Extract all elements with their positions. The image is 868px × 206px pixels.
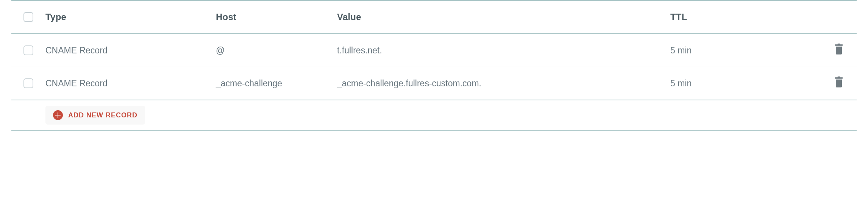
table-header-row: Type Host Value TTL bbox=[11, 1, 857, 33]
divider bbox=[11, 130, 857, 131]
col-type: Type bbox=[45, 12, 216, 22]
cell-ttl: 5 min bbox=[670, 78, 822, 89]
table-footer: ADD NEW RECORD bbox=[11, 100, 857, 130]
svg-rect-3 bbox=[838, 76, 840, 78]
trash-icon[interactable] bbox=[834, 44, 844, 57]
cell-host: _acme-challenge bbox=[216, 78, 337, 89]
trash-icon[interactable] bbox=[834, 76, 844, 90]
add-new-record-label: ADD NEW RECORD bbox=[68, 111, 137, 119]
svg-rect-1 bbox=[838, 44, 840, 45]
cell-value: _acme-challenge.fullres-custom.com. bbox=[337, 78, 670, 89]
plus-icon bbox=[53, 110, 63, 120]
cell-value: t.fullres.net. bbox=[337, 45, 670, 56]
cell-ttl: 5 min bbox=[670, 45, 822, 56]
col-value: Value bbox=[337, 12, 670, 22]
col-host: Host bbox=[216, 12, 337, 22]
col-ttl: TTL bbox=[670, 12, 822, 22]
cell-host: @ bbox=[216, 45, 337, 56]
table-row: CNAME Record @ t.fullres.net. 5 min bbox=[11, 34, 857, 67]
add-new-record-button[interactable]: ADD NEW RECORD bbox=[45, 106, 145, 125]
select-all-checkbox[interactable] bbox=[23, 12, 33, 22]
row-checkbox[interactable] bbox=[23, 78, 33, 88]
table-row: CNAME Record _acme-challenge _acme-chall… bbox=[11, 67, 857, 100]
cell-type: CNAME Record bbox=[45, 78, 216, 89]
cell-type: CNAME Record bbox=[45, 45, 216, 56]
dns-records-table: Type Host Value TTL CNAME Record @ t.ful… bbox=[0, 0, 868, 131]
row-checkbox[interactable] bbox=[23, 45, 33, 55]
